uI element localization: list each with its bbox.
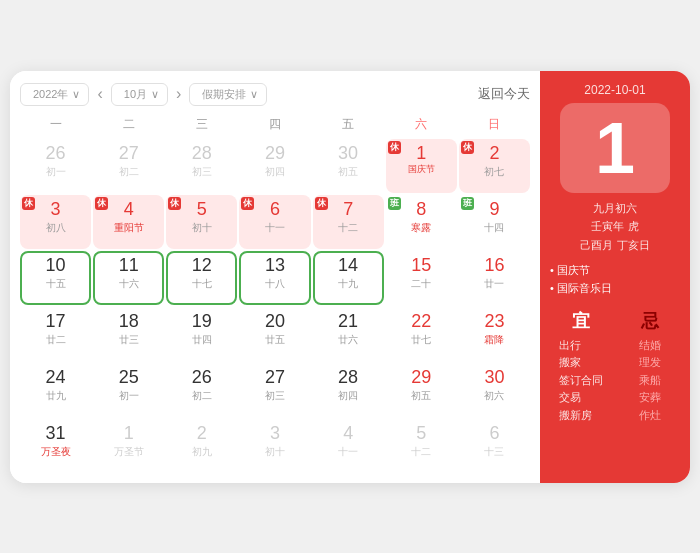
day-cell[interactable]: 休4重阳节: [93, 195, 164, 249]
day-cell[interactable]: 18廿三: [93, 307, 164, 361]
day-cell[interactable]: 17廿二: [20, 307, 91, 361]
yi-ji-section: 宜 出行搬家签订合同交易搬新房 忌 结婚理发乘船安葬作灶: [550, 309, 680, 425]
day-number: 15: [411, 255, 431, 277]
day-number: 4: [343, 423, 353, 445]
lunar-label: 初四: [265, 165, 285, 179]
day-cell[interactable]: 休2初七: [459, 139, 530, 193]
lunar-label: 二十: [411, 277, 431, 291]
lunar-label: 初十: [192, 221, 212, 235]
day-number: 12: [192, 255, 212, 277]
day-cell[interactable]: 4十一: [313, 419, 384, 473]
rest-tag: 休: [241, 197, 254, 210]
lunar-label: 十四: [484, 221, 504, 235]
lunar-label: 霜降: [484, 333, 504, 347]
day-cell[interactable]: 休7十二: [313, 195, 384, 249]
day-cell[interactable]: 24廿九: [20, 363, 91, 417]
day-number: 16: [484, 255, 504, 277]
day-cell[interactable]: 1万圣节: [93, 419, 164, 473]
day-cell[interactable]: 16廿一: [459, 251, 530, 305]
rest-tag: 休: [388, 141, 401, 154]
day-cell[interactable]: 15二十: [386, 251, 457, 305]
lunar-line3: 己酉月 丁亥日: [580, 236, 649, 255]
day-cell[interactable]: 2初九: [166, 419, 237, 473]
lunar-label: 十一: [338, 445, 358, 459]
weekday-label: 一: [20, 114, 93, 135]
day-cell[interactable]: 25初一: [93, 363, 164, 417]
lunar-label: 初三: [192, 165, 212, 179]
day-cell[interactable]: 30初六: [459, 363, 530, 417]
day-cell[interactable]: 30初五: [313, 139, 384, 193]
lunar-label: 初七: [484, 165, 504, 179]
lunar-label: 十二: [338, 221, 358, 235]
day-cell[interactable]: 20廿五: [239, 307, 310, 361]
calendar-container: 2022年 ∨ ‹ 10月 ∨ › 假期安排 ∨ 返回今天 一二三四五六日 26…: [10, 71, 690, 483]
lunar-label: 十一: [265, 221, 285, 235]
day-number: 29: [265, 143, 285, 165]
weekdays-header: 一二三四五六日: [20, 114, 530, 135]
day-cell[interactable]: 休1国庆节: [386, 139, 457, 193]
lunar-label: 初一: [119, 389, 139, 403]
day-cell[interactable]: 21廿六: [313, 307, 384, 361]
lunar-label: 初一: [46, 165, 66, 179]
day-cell[interactable]: 5十二: [386, 419, 457, 473]
rest-tag: 休: [168, 197, 181, 210]
day-cell[interactable]: 11十六: [93, 251, 164, 305]
yi-title: 宜: [572, 309, 590, 333]
rest-tag: 休: [315, 197, 328, 210]
day-number: 9: [489, 199, 499, 221]
lunar-label: 初四: [338, 389, 358, 403]
day-cell[interactable]: 班9十四: [459, 195, 530, 249]
day-number: 30: [338, 143, 358, 165]
year-selector[interactable]: 2022年 ∨: [20, 83, 89, 106]
month-selector[interactable]: 10月 ∨: [111, 83, 168, 106]
work-tag: 班: [388, 197, 401, 210]
prev-month-button[interactable]: ‹: [93, 83, 106, 105]
day-number: 14: [338, 255, 358, 277]
calendar-main: 2022年 ∨ ‹ 10月 ∨ › 假期安排 ∨ 返回今天 一二三四五六日 26…: [10, 71, 540, 483]
rest-tag: 休: [461, 141, 474, 154]
day-number: 24: [46, 367, 66, 389]
day-number: 4: [124, 199, 134, 221]
day-cell[interactable]: 休5初十: [166, 195, 237, 249]
day-cell[interactable]: 19廿四: [166, 307, 237, 361]
ji-column: 忌 结婚理发乘船安葬作灶: [619, 309, 680, 425]
lunar-info: 九月初六 壬寅年 虎 己酉月 丁亥日: [580, 199, 649, 255]
day-cell[interactable]: 31万圣夜: [20, 419, 91, 473]
holiday-selector[interactable]: 假期安排 ∨: [189, 83, 267, 106]
day-cell[interactable]: 12十七: [166, 251, 237, 305]
day-cell[interactable]: 10十五: [20, 251, 91, 305]
next-month-button[interactable]: ›: [172, 83, 185, 105]
lunar-label: 廿三: [119, 333, 139, 347]
lunar-label: 十七: [192, 277, 212, 291]
return-today-button[interactable]: 返回今天: [478, 85, 530, 103]
day-cell[interactable]: 3初十: [239, 419, 310, 473]
lunar-label: 廿六: [338, 333, 358, 347]
day-cell[interactable]: 13十八: [239, 251, 310, 305]
festival-label: 国庆节: [408, 165, 435, 174]
day-cell[interactable]: 27初二: [93, 139, 164, 193]
day-number: 17: [46, 311, 66, 333]
day-cell[interactable]: 26初一: [20, 139, 91, 193]
lunar-label: 廿一: [484, 277, 504, 291]
day-cell[interactable]: 6十三: [459, 419, 530, 473]
day-cell[interactable]: 29初五: [386, 363, 457, 417]
lunar-label: 初十: [265, 445, 285, 459]
day-number: 26: [46, 143, 66, 165]
day-cell[interactable]: 28初四: [313, 363, 384, 417]
day-cell[interactable]: 14十九: [313, 251, 384, 305]
day-cell[interactable]: 班8寒露: [386, 195, 457, 249]
big-day-container: 1: [560, 103, 670, 193]
day-cell[interactable]: 28初三: [166, 139, 237, 193]
day-cell[interactable]: 23霜降: [459, 307, 530, 361]
rest-tag: 休: [95, 197, 108, 210]
day-cell[interactable]: 22廿七: [386, 307, 457, 361]
day-cell[interactable]: 休6十一: [239, 195, 310, 249]
day-number: 2: [489, 143, 499, 165]
lunar-label: 廿九: [46, 389, 66, 403]
day-cell[interactable]: 休3初八: [20, 195, 91, 249]
lunar-label: 万圣节: [114, 445, 144, 459]
right-panel: 2022-10-01 1 九月初六 壬寅年 虎 己酉月 丁亥日 • 国庆节• 国…: [540, 71, 690, 483]
day-cell[interactable]: 27初三: [239, 363, 310, 417]
day-cell[interactable]: 26初二: [166, 363, 237, 417]
day-cell[interactable]: 29初四: [239, 139, 310, 193]
